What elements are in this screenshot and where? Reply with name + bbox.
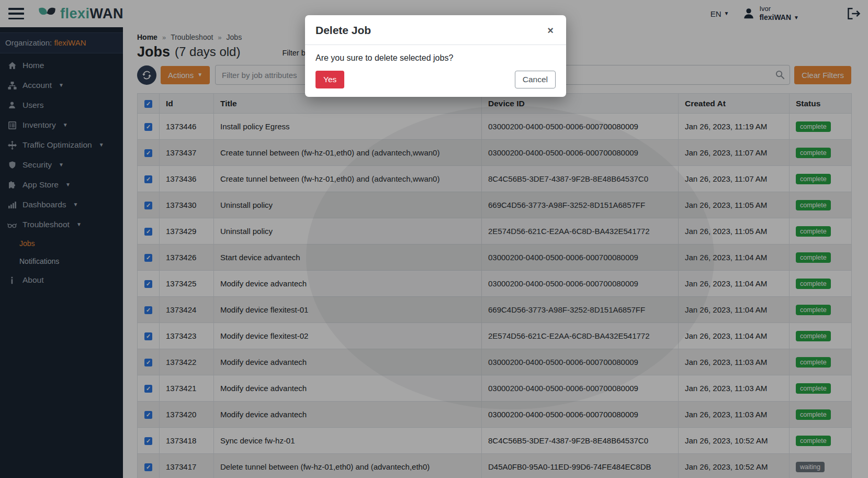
cancel-button[interactable]: Cancel bbox=[515, 71, 556, 88]
close-icon[interactable]: × bbox=[545, 24, 556, 37]
modal-title: Delete Job bbox=[315, 24, 371, 37]
modal-message: Are you sure to delete selected jobs? bbox=[315, 53, 556, 63]
delete-job-modal: Delete Job × Are you sure to delete sele… bbox=[305, 15, 566, 97]
yes-button[interactable]: Yes bbox=[315, 71, 344, 88]
